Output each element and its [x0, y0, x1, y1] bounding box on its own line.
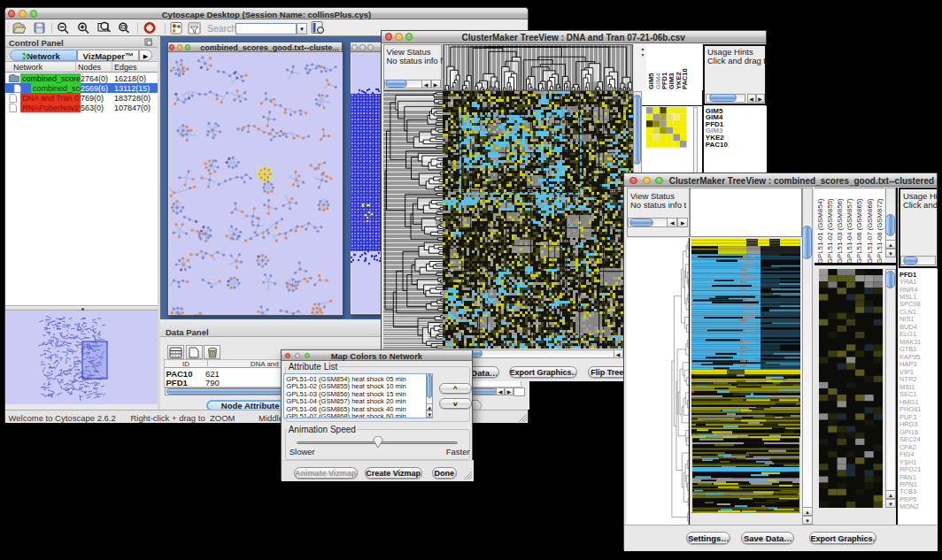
svg-text:PAC10: PAC10	[681, 68, 689, 89]
svg-text:GPL51-07 (GSM868): GPL51-07 (GSM868)	[866, 198, 874, 264]
svg-text:GPL51-06 (GSM865): GPL51-06 (GSM865)	[856, 198, 864, 264]
svg-text:GPL51-01 (GSM854): GPL51-01 (GSM854)	[816, 198, 824, 264]
svg-text:GPL51-03 (GSM856): GPL51-03 (GSM856)	[837, 198, 845, 264]
svg-text:GPL51-02 (GSM855): GPL51-02 (GSM855)	[826, 198, 834, 264]
svg-text:GPL51-08 (GSM872): GPL51-08 (GSM872)	[876, 198, 884, 264]
svg-text:GPL51-04 (GSM857): GPL51-04 (GSM857)	[846, 198, 854, 264]
